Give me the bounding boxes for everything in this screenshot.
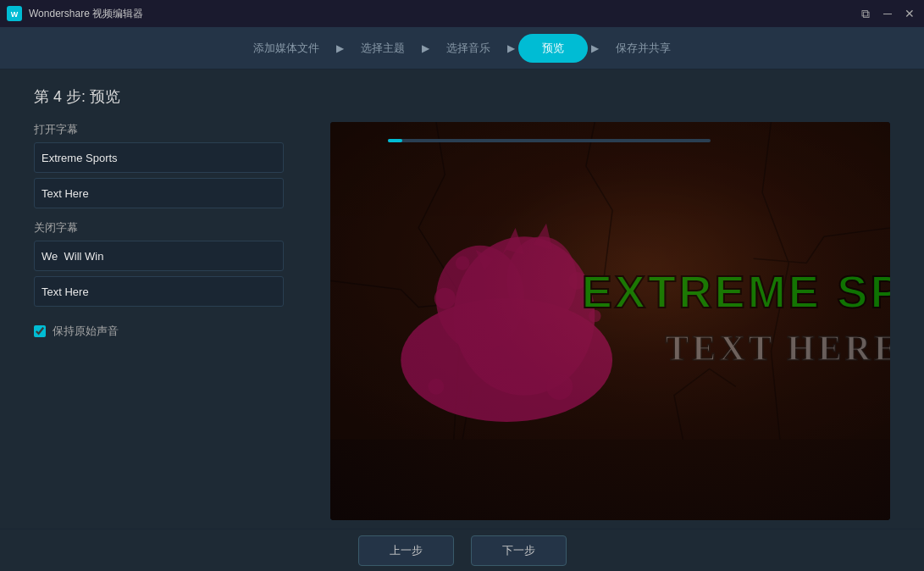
nav-arrow-3: ▶ <box>507 42 515 54</box>
svg-text:W: W <box>11 10 19 19</box>
prev-button[interactable]: 上一步 <box>358 535 454 566</box>
open-caption-input-1[interactable] <box>34 142 284 173</box>
next-button[interactable]: 下一步 <box>471 535 567 566</box>
video-content: EXTREME SPORTS TEXT HERE <box>330 122 890 440</box>
content-area: 打开字幕 关闭字幕 保持原始声音 <box>34 122 890 520</box>
step-title: 第 4 步: 预览 <box>34 86 890 107</box>
nav-step-preview-label: 预览 <box>542 41 564 56</box>
open-caption-label: 打开字幕 <box>34 122 305 137</box>
minimize-button[interactable]: ─ <box>880 6 895 21</box>
footer: 上一步 下一步 <box>0 529 924 571</box>
close-caption-input-2[interactable] <box>34 276 284 307</box>
open-caption-input-2[interactable] <box>34 178 284 208</box>
app-title: Wondershare 视频编辑器 <box>29 7 858 21</box>
keep-audio-label: 保持原始声音 <box>53 324 119 339</box>
nav-step-select-music[interactable]: 选择音乐 <box>433 36 504 61</box>
nav-step-save-share[interactable]: 保存并共享 <box>602 36 684 61</box>
left-panel: 打开字幕 关闭字幕 保持原始声音 <box>34 122 305 520</box>
progress-bar[interactable] <box>388 139 711 142</box>
keep-audio-row: 保持原始声音 <box>34 324 305 339</box>
nav-arrow-4: ▶ <box>591 42 599 54</box>
video-player[interactable]: EXTREME SPORTS TEXT HERE ⏸ ◀◀ 00:00:02 <box>330 122 890 520</box>
progress-fill <box>388 139 402 142</box>
main-content: 第 4 步: 预览 打开字幕 关闭字幕 保持原始声音 <box>0 69 924 529</box>
nav-arrow-2: ▶ <box>422 42 429 54</box>
nav-step-add-media-label: 添加媒体文件 <box>253 41 319 56</box>
nav-step-select-music-label: 选择音乐 <box>446 41 490 56</box>
nav-step-select-theme-label: 选择主题 <box>361 41 405 56</box>
app-logo: W <box>7 6 22 21</box>
nav-arrow-1: ▶ <box>336 42 344 54</box>
close-caption-label: 关闭字幕 <box>34 220 305 236</box>
close-button[interactable]: ✕ <box>902 6 917 21</box>
svg-rect-19 <box>330 122 890 440</box>
right-panel: EXTREME SPORTS TEXT HERE ⏸ ◀◀ 00:00:02 <box>330 122 890 520</box>
nav-step-add-media[interactable]: 添加媒体文件 <box>240 36 333 61</box>
titlebar: W Wondershare 视频编辑器 ⧉ ─ ✕ <box>0 0 924 27</box>
nav-step-preview[interactable]: 预览 <box>518 34 588 63</box>
close-caption-input-1[interactable] <box>34 241 284 271</box>
navbar: 添加媒体文件 ▶ 选择主题 ▶ 选择音乐 ▶ 预览 ▶ 保存并共享 <box>0 27 924 69</box>
window-controls: ⧉ ─ ✕ <box>858 6 917 21</box>
nav-step-select-theme[interactable]: 选择主题 <box>347 36 418 61</box>
keep-audio-checkbox[interactable] <box>34 325 46 337</box>
nav-step-save-share-label: 保存并共享 <box>616 41 671 56</box>
restore-button[interactable]: ⧉ <box>858 6 873 21</box>
